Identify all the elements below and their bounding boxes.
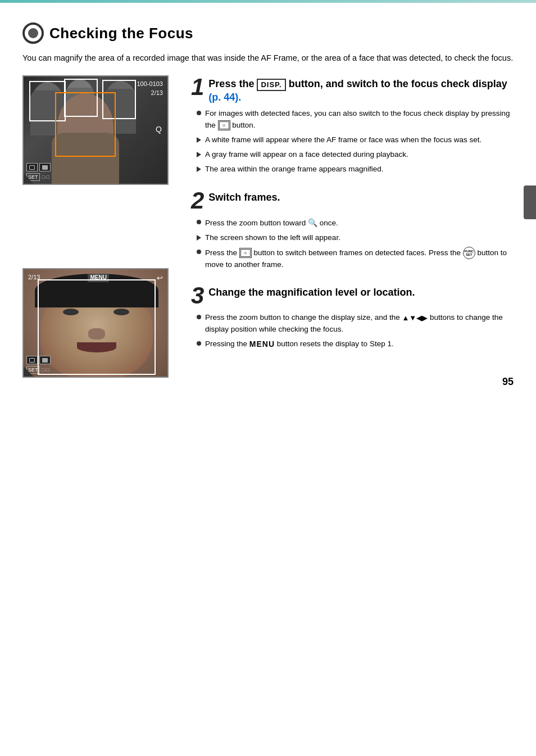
bullet-triangle-4 (197, 235, 201, 241)
bullet-triangle-2 (197, 152, 201, 157)
zoom-face-frame (38, 279, 156, 375)
step-1-header: 1 Press the DISP. button, and switch to … (191, 75, 514, 103)
step-1-bullet-2: A white frame will appear where the AF f… (197, 134, 514, 146)
return-icon: ↩ (157, 274, 163, 282)
step-3-bullet-1: Press the zoom button to change the disp… (197, 312, 514, 335)
step-2-bullet-1: Press the zoom button toward 🔍 once. (197, 217, 514, 229)
corner-arrow-1 (24, 174, 34, 184)
step-1-bullet-3: A gray frame will appear on a face detec… (197, 149, 514, 160)
step-3-header: 3 Change the magnification level or loca… (191, 284, 514, 307)
arrow-buttons: ▲▼◀▶ (402, 313, 428, 324)
step-2-header: 2 Switch frames. (191, 189, 514, 212)
step-2-number: 2 (191, 189, 204, 212)
step-1-title: Press the DISP. button, and switch to th… (208, 75, 514, 103)
section-icon (22, 22, 44, 44)
face-select-icon: ☺ (218, 120, 230, 130)
right-column: 1 Press the DISP. button, and switch to … (191, 75, 514, 382)
step-3-number: 3 (191, 284, 204, 307)
step-1-block: 1 Press the DISP. button, and switch to … (191, 75, 514, 175)
spacer-between-cameras (22, 189, 180, 257)
face-select-icon-2: ☺ (239, 248, 252, 258)
page-title: Checking the Focus (49, 25, 193, 42)
bullet-circle-5 (197, 341, 201, 346)
orange-face-box (55, 92, 116, 157)
zoom-q-symbol: 🔍 (308, 218, 317, 227)
page-number: 95 (502, 376, 514, 388)
bullet-circle-2 (197, 220, 201, 224)
func-set-icon: FUNCSET (463, 247, 475, 259)
corner-arrow-2 (24, 366, 34, 377)
left-column: 100-0103 2/13 Q SET □·□ (22, 75, 180, 382)
section-icon-inner (28, 28, 38, 38)
top-border-decoration (0, 0, 536, 3)
page-container: Checking the Focus You can magnify the a… (0, 0, 536, 405)
step-3-block: 3 Change the magnification level or loca… (191, 284, 514, 350)
step-1-number: 1 (191, 75, 204, 99)
camera-1-info: 100-0103 2/13 (137, 80, 163, 97)
step-3-bullets: Press the zoom button to change the disp… (191, 312, 514, 350)
step-1-title-part1: Press the (208, 78, 257, 89)
step-1-title-part2: button, and switch to the focus check di… (286, 78, 507, 89)
camera-screen-2: 2/13 MENU ↩ SET □·□ (22, 268, 169, 378)
intro-paragraph: You can magnify the area of a recorded i… (22, 52, 514, 64)
right-tab (524, 185, 536, 219)
step-1-bullet-4: The area within the orange frame appears… (197, 164, 514, 175)
title-row: Checking the Focus (22, 22, 514, 44)
bullet-triangle-1 (197, 137, 201, 143)
zoom-icon: Q (156, 125, 162, 134)
main-layout: 100-0103 2/13 Q SET □·□ (22, 75, 514, 382)
step-2-bullet-3: Press the ☺ button to switch between fra… (197, 247, 514, 270)
step-1-title-link: (p. 44). (208, 92, 241, 103)
step-1-bullet-1: For images with detected faces, you can … (197, 108, 514, 131)
step-2-bullet-2: The screen shown to the left will appear… (197, 232, 514, 243)
bullet-circle-1 (197, 111, 201, 115)
step-3-title: Change the magnification level or locati… (208, 284, 415, 299)
camera-screen-1: 100-0103 2/13 Q SET □·□ (22, 75, 169, 185)
bullet-triangle-3 (197, 166, 201, 172)
menu-button-label: MENU (249, 338, 275, 350)
camera-icon-row-2 (26, 163, 51, 171)
step-1-bullets: For images with detected faces, you can … (191, 108, 514, 175)
bullet-circle-3 (197, 250, 201, 254)
step-3-bullet-2: Pressing the MENU button resets the disp… (197, 338, 514, 350)
step-2-block: 2 Switch frames. Press the zoom button t… (191, 189, 514, 271)
bullet-circle-4 (197, 315, 201, 319)
step-2-bullets: Press the zoom button toward 🔍 once. The… (191, 217, 514, 271)
disp-button-label: DISP. (257, 79, 285, 91)
step-2-title: Switch frames. (208, 189, 280, 204)
